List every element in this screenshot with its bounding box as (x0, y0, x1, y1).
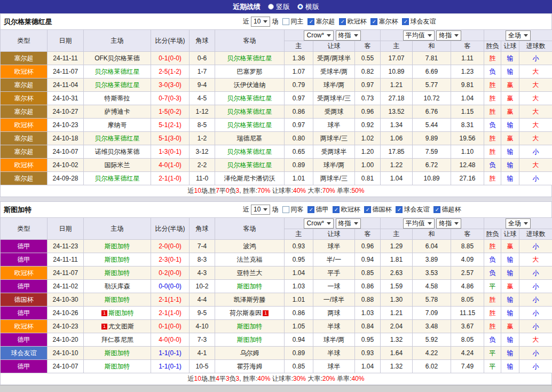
layout-radio-vertical[interactable]: 竖版 (268, 2, 290, 12)
score-link[interactable]: 2-1(1-0) (151, 172, 190, 185)
away-team[interactable]: 贝尔格莱德红星 (215, 145, 285, 159)
result-flag: 平 (484, 347, 501, 360)
away-team[interactable]: 贝尔格莱德红星 (215, 52, 285, 65)
score-link[interactable]: 2-5(1-2) (151, 65, 190, 79)
home-team[interactable]: 斯图加特 (84, 360, 151, 373)
filter-checkbox[interactable]: 球会友谊 (396, 205, 429, 214)
layout-radio-horizontal[interactable]: 横版 (297, 2, 319, 12)
home-team[interactable]: 勒沃库森 (84, 280, 151, 293)
away-team[interactable]: 斯图加特 (215, 280, 285, 293)
score-link[interactable]: 1-1(0-1) (151, 360, 190, 373)
score-link[interactable]: 0-2(0-0) (151, 266, 190, 280)
handicap-result-flag: 输 (501, 333, 519, 347)
score-link[interactable]: 2-3(0-1) (151, 253, 190, 266)
away-team[interactable]: 贝尔格莱德红星 (215, 92, 285, 105)
games-count-select[interactable]: 10 (251, 17, 270, 27)
home-team[interactable]: 诺维贝尔格莱德 (84, 145, 151, 159)
score-link[interactable]: 3-0(3-0) (151, 79, 190, 92)
filter-checkbox[interactable]: 同客 (282, 205, 303, 214)
filter-checkbox[interactable]: 德国杯 (364, 205, 391, 214)
home-team[interactable]: 特斯蒂拉 (84, 92, 151, 105)
filter-checkbox[interactable]: 欧冠杯 (339, 17, 366, 26)
filter-checkbox[interactable]: 同主 (282, 17, 303, 26)
score-link[interactable]: 2-1(1-1) (151, 293, 190, 307)
score-link[interactable]: 4-0(0-0) (151, 333, 190, 347)
away-team[interactable]: 贝尔格莱德红星 (215, 159, 285, 172)
home-team[interactable]: 斯图加特 (84, 293, 151, 307)
avg-final-select[interactable]: 终指 (436, 218, 461, 229)
home-team[interactable]: OFK贝尔格莱德 (84, 52, 151, 65)
home-team[interactable]: 斯图加特 (84, 253, 151, 266)
home-team[interactable]: 贝尔格莱德红星 (84, 172, 151, 185)
away-team[interactable]: 斯图加特 (215, 333, 285, 347)
home-team[interactable]: 斯图加特 (84, 240, 151, 253)
home-team[interactable]: 萨博迪卡 (84, 105, 151, 119)
asian-away-odds: 0.92 (355, 119, 381, 132)
home-team[interactable]: 斯图加特 (84, 266, 151, 280)
avg-away-odds: 7.49 (451, 360, 484, 373)
col-corner: 角球 (190, 218, 215, 240)
away-team[interactable]: 瑞德尼基 (215, 132, 285, 145)
home-team[interactable]: 贝尔格莱德红星 (84, 65, 151, 79)
score-link[interactable]: 0-0(0-0) (151, 280, 190, 293)
radio-unselected-icon (268, 4, 274, 10)
away-team[interactable]: 巴塞罗那 (215, 65, 285, 79)
bookmaker-select[interactable]: Crow* (304, 30, 334, 41)
asian-away-odds: 1.02 (355, 132, 381, 145)
home-team-name: 斯图加特 (105, 296, 130, 303)
match-date: 24-10-27 (48, 105, 84, 119)
asian-final-select[interactable]: 终指 (336, 30, 361, 41)
away-team[interactable]: 亚特兰大 (215, 266, 285, 280)
filter-checkbox[interactable]: 德甲 (307, 205, 328, 214)
games-count-select[interactable]: 10 (251, 205, 270, 215)
asian-final-select[interactable]: 终指 (336, 218, 361, 229)
score-link[interactable]: 5-1(2-1) (151, 119, 190, 132)
filter-checkbox[interactable]: 塞尔杯 (370, 17, 398, 26)
goals-result-flag: 大 (519, 253, 552, 266)
home-team[interactable]: 贝尔格莱德红星 (84, 79, 151, 92)
score-link[interactable]: 1-3(0-1) (151, 145, 190, 159)
avg-select[interactable]: 平均值 (403, 218, 435, 229)
avg-select[interactable]: 平均值 (403, 30, 435, 41)
score-link[interactable]: 1-1(0-1) (151, 347, 190, 360)
home-team[interactable]: 1尤文图斯 (84, 320, 151, 333)
match-row: 德甲24-10-07斯图加特1-1(0-1)10-5霍芬海姆0.85球半1.04… (1, 360, 552, 373)
home-team[interactable]: 1斯图加特 (84, 307, 151, 320)
away-team[interactable]: 霍芬海姆 (215, 360, 285, 373)
away-team[interactable]: 乌尔姆 (215, 347, 285, 360)
bookmaker-select[interactable]: Crow* (304, 218, 334, 229)
away-team[interactable]: 斯图加特 (215, 320, 285, 333)
filter-checkbox[interactable]: 欧冠杯 (333, 205, 360, 214)
score-link[interactable]: 5-1(3-0) (151, 132, 190, 145)
score-link[interactable]: 0-1(0-0) (151, 52, 190, 65)
home-team[interactable]: 贝尔格莱德红星 (84, 132, 151, 145)
score-link[interactable]: 4-0(1-0) (151, 159, 190, 172)
away-team[interactable]: 荷尔斯泰因1 (215, 307, 285, 320)
fulltime-select[interactable]: 全场 (506, 30, 531, 41)
score-link[interactable]: 2-0(0-0) (151, 240, 190, 253)
score-link[interactable]: 1-5(0-2) (151, 105, 190, 119)
home-team[interactable]: 拜仁慕尼黑 (84, 333, 151, 347)
fulltime-select[interactable]: 全场 (506, 218, 531, 229)
filter-checkbox[interactable]: 塞尔超 (307, 17, 335, 26)
avg-draw-odds: 6.02 (413, 360, 451, 373)
avg-final-select[interactable]: 终指 (436, 30, 461, 41)
away-team[interactable]: 沃伊伏迪纳 (215, 79, 285, 92)
home-team[interactable]: 摩纳哥 (84, 119, 151, 132)
away-team[interactable]: 法兰克福 (215, 253, 285, 266)
filter-checkbox[interactable]: 德超杯 (433, 205, 461, 214)
asian-away-odds: 1.03 (355, 307, 381, 320)
score-link[interactable]: 2-1(1-0) (151, 307, 190, 320)
away-team[interactable]: 贝尔格莱德红星 (215, 119, 285, 132)
filter-checkbox[interactable]: 球会友谊 (402, 17, 436, 26)
away-team[interactable]: 波鸿 (215, 240, 285, 253)
away-team[interactable]: 泽伦斯尼卡潘切沃 (215, 172, 285, 185)
away-team[interactable]: 贝尔格莱德红星 (215, 105, 285, 119)
home-team[interactable]: 国际米兰 (84, 159, 151, 172)
home-team[interactable]: 斯图加特 (84, 347, 151, 360)
summary-segment: 70% (322, 187, 335, 194)
score-link[interactable]: 0-1(0-0) (151, 320, 190, 333)
score-link[interactable]: 0-7(0-3) (151, 92, 190, 105)
result-flag: 负 (484, 266, 501, 280)
away-team[interactable]: 凯泽斯劳滕 (215, 293, 285, 307)
